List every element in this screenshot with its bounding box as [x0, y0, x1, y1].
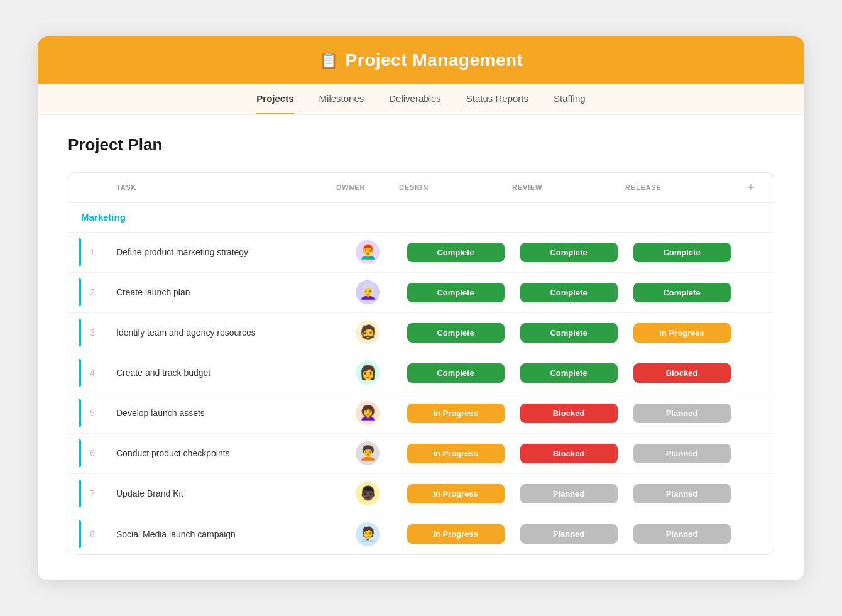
nav-item-deliverables[interactable]: Deliverables [389, 93, 441, 114]
col-header-design: DESIGN [399, 184, 512, 191]
owner-cell: 👩 [336, 361, 399, 385]
table-row: 1 Define product marketing strategy 👨‍🦰 … [68, 233, 774, 273]
release-status-cell: Planned [625, 484, 738, 503]
design-status-badge[interactable]: In Progress [407, 524, 505, 544]
section-label: Marketing [81, 212, 126, 223]
design-status-badge[interactable]: In Progress [407, 444, 505, 463]
owner-cell: 👩‍🦱 [336, 401, 399, 425]
review-status-badge[interactable]: Complete [520, 363, 618, 383]
row-bar [79, 238, 81, 266]
owner-cell: 🧔 [336, 321, 399, 344]
row-bar [79, 439, 81, 467]
design-status-cell: Complete [399, 363, 512, 383]
row-bar [79, 359, 81, 387]
table-row: 2 Create launch plan 👩‍🦳 Complete Comple… [68, 273, 774, 313]
row-number: 8 [79, 520, 116, 548]
col-header-task: TASK [116, 184, 336, 191]
owner-avatar: 👨🏿 [356, 481, 380, 505]
owner-cell: 🧑‍💼 [336, 522, 399, 546]
review-status-badge[interactable]: Planned [520, 524, 618, 544]
task-name: Social Media launch campaign [116, 529, 336, 539]
row-number: 1 [79, 238, 116, 266]
release-status-badge[interactable]: In Progress [633, 323, 731, 343]
project-table: TASK OWNER DESIGN REVIEW RELEASE + Marke… [68, 172, 774, 555]
design-status-badge[interactable]: In Progress [407, 404, 505, 423]
review-status-badge[interactable]: Complete [520, 243, 618, 262]
row-bar [79, 319, 81, 346]
header-title: Project Management [346, 50, 523, 70]
design-status-cell: In Progress [399, 404, 512, 423]
owner-avatar: 🧔 [356, 321, 380, 344]
review-status-cell: Complete [512, 323, 625, 343]
row-number: 5 [79, 399, 116, 427]
row-bar [79, 399, 81, 427]
row-bar [79, 520, 81, 548]
review-status-badge[interactable]: Complete [520, 323, 618, 343]
design-status-cell: In Progress [399, 524, 512, 544]
release-status-cell: In Progress [625, 323, 738, 343]
table-row: 8 Social Media launch campaign 🧑‍💼 In Pr… [68, 514, 774, 554]
table-row: 4 Create and track budget 👩 Complete Com… [68, 353, 774, 393]
release-status-badge[interactable]: Planned [633, 524, 731, 544]
release-status-cell: Planned [625, 444, 738, 463]
owner-avatar: 👩‍🦳 [356, 280, 380, 304]
task-name: Develop launch assets [116, 408, 336, 418]
review-status-cell: Complete [512, 283, 625, 302]
owner-avatar: 🧑‍💼 [356, 522, 380, 546]
table-row: 7 Update Brand Kit 👨🏿 In Progress Planne… [68, 474, 774, 514]
review-status-cell: Blocked [512, 404, 625, 423]
owner-cell: 👩‍🦳 [336, 280, 399, 304]
design-status-badge[interactable]: Complete [407, 363, 505, 383]
release-status-badge[interactable]: Complete [633, 243, 731, 262]
section-header-marketing: Marketing [68, 203, 774, 233]
release-status-cell: Blocked [625, 363, 738, 383]
release-status-cell: Complete [625, 243, 738, 262]
task-name: Create launch plan [116, 287, 336, 297]
nav-item-status-reports[interactable]: Status Reports [466, 93, 528, 114]
review-status-badge[interactable]: Planned [520, 484, 618, 503]
review-status-badge[interactable]: Blocked [520, 444, 618, 463]
table-row: 3 Identify team and agency resources 🧔 C… [68, 313, 774, 353]
design-status-badge[interactable]: Complete [407, 283, 505, 302]
header-banner: 📋 Project Management [38, 36, 804, 84]
design-status-cell: Complete [399, 243, 512, 262]
release-status-cell: Planned [625, 404, 738, 423]
add-column-button[interactable]: + [738, 180, 763, 195]
content-area: Project Plan TASK OWNER DESIGN REVIEW RE… [38, 115, 804, 580]
design-status-cell: Complete [399, 283, 512, 302]
design-status-badge[interactable]: Complete [407, 243, 505, 262]
table-row: 6 Conduct product checkpoints 🧑‍🦱 In Pro… [68, 434, 774, 474]
owner-avatar: 👩‍🦱 [356, 401, 380, 425]
nav-item-milestones[interactable]: Milestones [319, 93, 364, 114]
owner-cell: 🧑‍🦱 [336, 441, 399, 465]
release-status-badge[interactable]: Planned [633, 484, 731, 503]
row-number: 3 [79, 319, 116, 346]
owner-cell: 👨‍🦰 [336, 240, 399, 264]
col-header-release: RELEASE [625, 184, 738, 191]
page-title: Project Plan [68, 135, 774, 155]
review-status-cell: Planned [512, 484, 625, 503]
review-status-cell: Complete [512, 243, 625, 262]
owner-avatar: 🧑‍🦱 [356, 441, 380, 465]
design-status-badge[interactable]: In Progress [407, 484, 505, 503]
release-status-badge[interactable]: Blocked [633, 363, 731, 383]
row-number: 2 [79, 278, 116, 306]
release-status-cell: Complete [625, 283, 738, 302]
owner-avatar: 👩 [356, 361, 380, 385]
review-status-badge[interactable]: Complete [520, 283, 618, 302]
task-name: Identify team and agency resources [116, 327, 336, 338]
release-status-badge[interactable]: Planned [633, 444, 731, 463]
release-status-badge[interactable]: Planned [633, 404, 731, 423]
review-status-badge[interactable]: Blocked [520, 404, 618, 423]
nav-item-staffing[interactable]: Staffing [554, 93, 586, 114]
owner-cell: 👨🏿 [336, 481, 399, 505]
nav-item-projects[interactable]: Projects [256, 93, 293, 114]
design-status-badge[interactable]: Complete [407, 323, 505, 343]
review-status-cell: Planned [512, 524, 625, 544]
release-status-badge[interactable]: Complete [633, 283, 731, 302]
task-name: Update Brand Kit [116, 488, 336, 498]
col-header-owner: OWNER [336, 184, 399, 191]
row-number: 7 [79, 480, 116, 507]
app-container: 📋 Project Management Projects Milestones… [38, 36, 804, 580]
table-rows-container: 1 Define product marketing strategy 👨‍🦰 … [68, 233, 774, 554]
